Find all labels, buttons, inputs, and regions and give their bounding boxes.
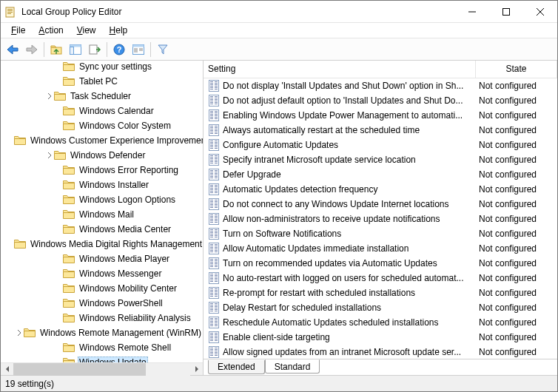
policy-icon: [208, 257, 220, 269]
svg-rect-61: [215, 118, 218, 119]
tree-item[interactable]: Windows Mail: [1, 207, 203, 222]
tree-item[interactable]: Windows Media Digital Rights Management: [1, 237, 203, 251]
tree-item[interactable]: Windows Error Reporting: [1, 163, 203, 178]
svg-rect-2: [7, 10, 13, 11]
column-header-state[interactable]: State: [476, 61, 557, 78]
tree-item[interactable]: Windows Customer Experience Improvement …: [1, 133, 203, 148]
tree-item[interactable]: Tablet PC: [1, 74, 203, 89]
tree-item[interactable]: Windows Logon Options: [1, 192, 203, 207]
help-button[interactable]: ?: [110, 41, 128, 58]
svg-rect-95: [210, 160, 213, 160]
list-item[interactable]: Do not adjust default option to 'Install…: [204, 93, 557, 108]
svg-rect-55: [215, 114, 218, 115]
list-item[interactable]: Turn on recommended updates via Automati…: [204, 256, 557, 271]
menu-help[interactable]: Help: [104, 24, 134, 37]
settings-list[interactable]: Do not display 'Install Updates and Shut…: [204, 78, 557, 359]
toolbar-separator-3: [150, 42, 151, 57]
export-button[interactable]: [86, 41, 104, 58]
tab-extended[interactable]: Extended: [208, 360, 265, 374]
setting-state: Not configured: [476, 317, 557, 328]
svg-rect-116: [215, 185, 218, 186]
tree-item[interactable]: Windows Messenger: [1, 266, 203, 281]
svg-rect-68: [215, 129, 218, 129]
tree-item[interactable]: Sync your settings: [1, 61, 203, 74]
tree-item[interactable]: Windows Remote Shell: [1, 340, 203, 355]
scroll-track[interactable]: [13, 363, 190, 376]
svg-rect-161: [215, 234, 218, 234]
setting-name: Specify intranet Microsoft update servic…: [223, 155, 476, 165]
tree-item[interactable]: Windows Reliability Analysis: [1, 311, 203, 325]
svg-rect-77: [215, 141, 218, 141]
column-header-setting[interactable]: Setting: [204, 61, 476, 78]
minimize-button[interactable]: [455, 1, 489, 22]
list-item[interactable]: Do not display 'Install Updates and Shut…: [204, 78, 557, 93]
list-item[interactable]: Turn on Software NotificationsNot config…: [204, 226, 557, 241]
policy-icon: [208, 346, 220, 358]
tree-item[interactable]: Windows Installer: [1, 178, 203, 192]
svg-rect-171: [210, 247, 213, 248]
tree-item[interactable]: Task Scheduler: [1, 89, 203, 104]
svg-rect-234: [210, 320, 213, 320]
list-item[interactable]: Always automatically restart at the sche…: [204, 123, 557, 138]
scroll-left-button[interactable]: [1, 363, 13, 376]
list-item[interactable]: Allow non-administrators to receive upda…: [204, 212, 557, 226]
up-button[interactable]: [47, 41, 65, 58]
svg-rect-203: [210, 281, 213, 282]
tree-item[interactable]: Windows Media Center: [1, 222, 203, 237]
tree-item[interactable]: Windows Color System: [1, 118, 203, 133]
chevron-right-icon[interactable]: [15, 328, 24, 337]
setting-name: Defer Upgrade: [223, 169, 476, 180]
maximize-button[interactable]: [489, 1, 523, 22]
menu-action[interactable]: Action: [33, 24, 69, 37]
close-button[interactable]: [523, 1, 557, 22]
list-item[interactable]: Do not connect to any Windows Update Int…: [204, 197, 557, 212]
list-item[interactable]: Enable client-side targetingNot configur…: [204, 330, 557, 345]
list-item[interactable]: Allow Automatic Updates immediate instal…: [204, 241, 557, 256]
list-header: Setting State: [204, 61, 557, 78]
list-item[interactable]: Defer UpgradeNot configured: [204, 167, 557, 182]
tree-item[interactable]: Windows PowerShell: [1, 296, 203, 311]
list-item[interactable]: Delay Restart for scheduled installation…: [204, 300, 557, 315]
tree-item[interactable]: Windows Mobility Center: [1, 281, 203, 296]
list-item[interactable]: Automatic Updates detection frequencyNot…: [204, 182, 557, 197]
list-item[interactable]: Enabling Windows Update Power Management…: [204, 108, 557, 123]
menu-file[interactable]: File: [5, 24, 31, 37]
tree-horizontal-scrollbar[interactable]: [1, 362, 203, 375]
tree-item[interactable]: Windows Calendar: [1, 104, 203, 118]
forward-button[interactable]: [23, 41, 41, 58]
list-item[interactable]: Configure Automatic UpdatesNot configure…: [204, 138, 557, 152]
list-item[interactable]: No auto-restart with logged on users for…: [204, 271, 557, 285]
menu-view[interactable]: View: [71, 24, 102, 37]
chevron-right-icon[interactable]: [45, 92, 54, 101]
svg-rect-24: [210, 81, 213, 82]
policy-icon: [208, 317, 220, 328]
svg-rect-131: [215, 201, 218, 202]
tab-standard[interactable]: Standard: [265, 359, 320, 374]
list-item[interactable]: Allow signed updates from an intranet Mi…: [204, 345, 557, 359]
scroll-thumb[interactable]: [13, 363, 146, 376]
svg-rect-126: [215, 192, 218, 193]
svg-rect-26: [210, 83, 213, 84]
tree-view[interactable]: Sync your settingsTablet PCTask Schedule…: [1, 61, 203, 362]
properties-button[interactable]: [130, 41, 147, 58]
back-button[interactable]: [4, 41, 21, 58]
tree-item[interactable]: Windows Update: [1, 355, 203, 362]
filter-button[interactable]: [154, 41, 172, 58]
scroll-right-button[interactable]: [190, 363, 203, 376]
tree-item[interactable]: Windows Media Player: [1, 251, 203, 266]
setting-name: Delay Restart for scheduled installation…: [223, 303, 476, 313]
list-item[interactable]: Reschedule Automatic Updates scheduled i…: [204, 315, 557, 330]
list-item[interactable]: Re-prompt for restart with scheduled ins…: [204, 285, 557, 300]
svg-rect-109: [215, 175, 218, 175]
list-item[interactable]: Specify intranet Microsoft update servic…: [204, 152, 557, 167]
svg-rect-102: [210, 170, 213, 171]
svg-rect-191: [215, 266, 218, 267]
tree-item[interactable]: Windows Remote Management (WinRM): [1, 325, 203, 340]
show-hide-tree-button[interactable]: [67, 41, 84, 58]
svg-rect-30: [210, 86, 213, 87]
chevron-right-icon[interactable]: [45, 151, 54, 160]
svg-rect-151: [210, 222, 213, 223]
setting-state: Not configured: [476, 110, 557, 121]
svg-rect-228: [215, 309, 218, 310]
tree-item[interactable]: Windows Defender: [1, 148, 203, 163]
